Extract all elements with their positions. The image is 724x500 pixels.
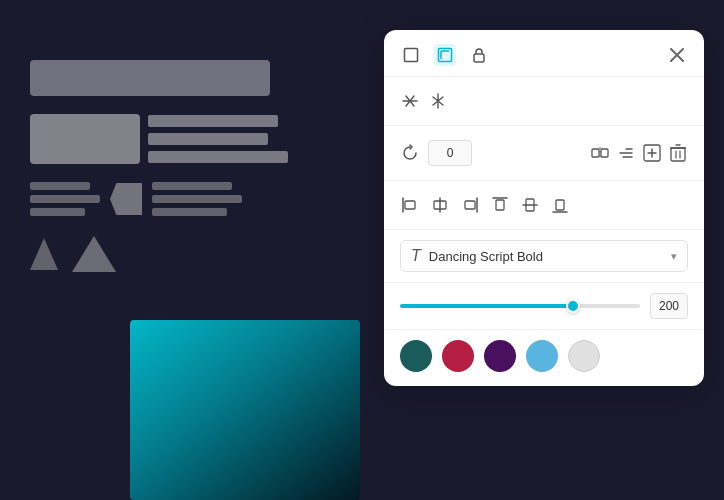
chevron-down-icon: ▾: [671, 250, 677, 263]
color-section: [384, 330, 704, 386]
align-left-icon[interactable]: [400, 195, 420, 215]
flip-h-icon[interactable]: [400, 91, 420, 111]
sky-swatch[interactable]: [526, 340, 558, 372]
preview-area: [30, 60, 320, 272]
align-row: [400, 189, 688, 221]
svg-rect-4: [474, 54, 484, 62]
lock-icon[interactable]: [468, 44, 490, 66]
add-element-icon[interactable]: [642, 143, 662, 163]
rotation-section: [384, 126, 704, 181]
action-icons: [590, 143, 688, 163]
panel-header: [384, 30, 704, 77]
size-value[interactable]: 200: [650, 293, 688, 319]
align-section: [384, 181, 704, 230]
crimson-swatch[interactable]: [442, 340, 474, 372]
preview-shapes-row: [30, 182, 320, 216]
svg-rect-21: [405, 201, 415, 209]
flip-v-icon[interactable]: [428, 91, 448, 111]
rotation-input[interactable]: [428, 140, 472, 166]
slider-thumb[interactable]: [566, 299, 580, 313]
purple-swatch[interactable]: [484, 340, 516, 372]
align-right-icon[interactable]: [460, 195, 480, 215]
light-swatch[interactable]: [568, 340, 600, 372]
square-icon[interactable]: [400, 44, 422, 66]
font-section: T Dancing Script Bold ▾: [384, 230, 704, 283]
align-center-h-icon[interactable]: [430, 195, 450, 215]
size-slider-track[interactable]: [400, 304, 640, 308]
align-top-icon[interactable]: [490, 195, 510, 215]
font-name-label: Dancing Script Bold: [429, 249, 663, 264]
font-t-icon: T: [411, 247, 421, 265]
delete-icon[interactable]: [668, 143, 688, 163]
preview-icon-row: [30, 236, 320, 272]
slider-row: 200: [400, 293, 688, 319]
slider-fill: [400, 304, 573, 308]
svg-rect-16: [671, 148, 685, 161]
rotation-row: [400, 134, 688, 172]
properties-panel: T Dancing Script Bold ▾ 200: [384, 30, 704, 386]
vertical-flip-icon[interactable]: [616, 143, 636, 163]
color-gradient-preview: [130, 320, 360, 500]
rotate-icon[interactable]: [400, 143, 420, 163]
preview-text-2: [30, 114, 320, 164]
flip-horizontal-icon[interactable]: [590, 143, 610, 163]
size-section: 200: [384, 283, 704, 330]
font-dropdown[interactable]: T Dancing Script Bold ▾: [400, 240, 688, 272]
svg-rect-0: [405, 49, 418, 62]
teal-swatch[interactable]: [400, 340, 432, 372]
close-button[interactable]: [666, 44, 688, 66]
panel-header-icons: [400, 44, 490, 66]
transform-row: [400, 85, 688, 117]
crop-icon[interactable]: [434, 44, 456, 66]
svg-rect-7: [592, 149, 599, 157]
align-bottom-icon[interactable]: [550, 195, 570, 215]
transform-section: [384, 77, 704, 126]
svg-rect-31: [556, 200, 564, 210]
align-middle-icon[interactable]: [520, 195, 540, 215]
svg-rect-27: [496, 200, 504, 210]
preview-text-1: [30, 60, 320, 96]
svg-rect-8: [601, 149, 608, 157]
svg-rect-25: [465, 201, 475, 209]
